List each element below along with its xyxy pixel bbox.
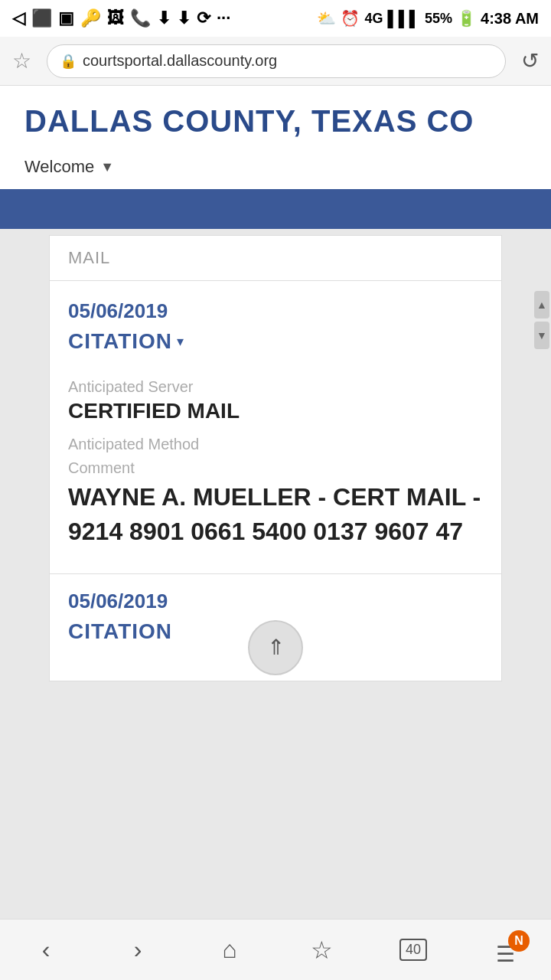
welcome-text: Welcome bbox=[24, 157, 94, 177]
scroll-up-button[interactable]: ▲ bbox=[534, 291, 549, 318]
phone-icon: 📞 bbox=[130, 8, 151, 28]
menu-button[interactable]: N ☰ bbox=[474, 927, 536, 973]
mail-label: MAIL bbox=[68, 248, 110, 267]
citation-type-row[interactable]: CITATION ▾ bbox=[68, 329, 483, 354]
url-text: courtsportal.dallascounty.org bbox=[83, 52, 277, 70]
site-header: DALLAS COUNTY, TEXAS CO bbox=[0, 86, 551, 151]
lock-icon: 🔒 bbox=[60, 53, 77, 70]
key-icon: 🔑 bbox=[80, 8, 101, 28]
bottom-citation-date: 05/06/2019 bbox=[68, 590, 483, 613]
site-title: DALLAS COUNTY, TEXAS CO bbox=[24, 104, 527, 139]
mail-row: MAIL bbox=[49, 235, 502, 280]
welcome-bar[interactable]: Welcome ▼ bbox=[0, 151, 551, 189]
bottom-citation-type-label: CITATION bbox=[68, 619, 172, 644]
favorite-icon[interactable]: ☆ bbox=[12, 48, 31, 74]
bottom-card-wrapper: 05/06/2019 CITATION ⇑ bbox=[49, 574, 502, 681]
scroll-to-top-button[interactable]: ⇑ bbox=[248, 620, 303, 675]
home-icon: ⌂ bbox=[222, 936, 236, 964]
image-icon: 🖼 bbox=[107, 8, 124, 28]
tabs-button[interactable]: 40 bbox=[383, 927, 444, 973]
back-button[interactable]: ‹ bbox=[15, 927, 77, 973]
more-icon: ··· bbox=[217, 8, 230, 28]
status-icons: ◁ ⬛ ▣ 🔑 🖼 📞 ⬇ ⬇ ⟳ ··· bbox=[12, 8, 230, 28]
nav-bar bbox=[0, 189, 551, 229]
tabs-icon: 40 bbox=[399, 939, 427, 961]
scrollbar[interactable]: ▲ ▼ bbox=[533, 291, 551, 368]
card-container: MAIL 05/06/2019 CITATION ▾ Anticipated S… bbox=[0, 229, 551, 688]
download2-icon: ⬇ bbox=[177, 8, 191, 28]
citation-dropdown-icon[interactable]: ▾ bbox=[177, 333, 184, 350]
network-type: 4G bbox=[364, 11, 383, 27]
battery-level: 55% bbox=[425, 11, 452, 27]
alarm-icon: ⏰ bbox=[341, 9, 360, 28]
address-bar: ☆ 🔒 courtsportal.dallascounty.org ↺ bbox=[0, 37, 551, 86]
anticipated-server-value: CERTIFIED MAIL bbox=[68, 399, 483, 423]
comment-value: WAYNE A. MUELLER - CERT MAIL - 9214 8901… bbox=[68, 480, 483, 549]
notification-badge: N bbox=[508, 930, 530, 952]
anticipated-server-label: Anticipated Server bbox=[68, 378, 483, 396]
battery-icon: 🔋 bbox=[457, 9, 476, 28]
comment-label: Comment bbox=[68, 459, 483, 477]
forward-button[interactable]: › bbox=[107, 927, 168, 973]
bookmarks-icon: ☆ bbox=[311, 936, 333, 965]
welcome-dropdown-icon[interactable]: ▼ bbox=[100, 159, 114, 175]
home-button[interactable]: ⌂ bbox=[199, 927, 260, 973]
scroll-top-icon: ⇑ bbox=[267, 635, 285, 660]
file-icon: ▣ bbox=[58, 8, 74, 28]
time-display: 4:38 AM bbox=[481, 10, 539, 28]
refresh-button[interactable]: ↺ bbox=[521, 48, 539, 74]
download-icon: ⬇ bbox=[157, 8, 171, 28]
main-content: MAIL 05/06/2019 CITATION ▾ Anticipated S… bbox=[0, 229, 551, 688]
back-icon: ‹ bbox=[42, 936, 51, 964]
bottom-navigation: ‹ › ⌂ ☆ 40 N ☰ bbox=[0, 919, 551, 980]
citation-date: 05/06/2019 bbox=[68, 299, 483, 323]
citation-type-label: CITATION bbox=[68, 329, 172, 354]
status-bar: ◁ ⬛ ▣ 🔑 🖼 📞 ⬇ ⬇ ⟳ ··· ⛅ ⏰ 4G ▌▌▌ 55% 🔋 4… bbox=[0, 0, 551, 37]
bookmarks-button[interactable]: ☆ bbox=[291, 927, 352, 973]
weather-icon: ⛅ bbox=[317, 9, 336, 28]
anticipated-method-label: Anticipated Method bbox=[68, 436, 483, 453]
scroll-down-button[interactable]: ▼ bbox=[534, 322, 549, 349]
citation-card: 05/06/2019 CITATION ▾ Anticipated Server… bbox=[49, 280, 502, 574]
navigation-icon: ◁ bbox=[12, 8, 25, 28]
url-bar[interactable]: 🔒 courtsportal.dallascounty.org bbox=[47, 44, 506, 78]
forward-icon: › bbox=[134, 936, 142, 964]
sync-icon: ⟳ bbox=[197, 8, 210, 28]
messenger-icon: ⬛ bbox=[31, 8, 52, 28]
signal-bars-icon: ▌▌▌ bbox=[388, 10, 421, 28]
status-right: ⛅ ⏰ 4G ▌▌▌ 55% 🔋 4:38 AM bbox=[317, 9, 539, 28]
